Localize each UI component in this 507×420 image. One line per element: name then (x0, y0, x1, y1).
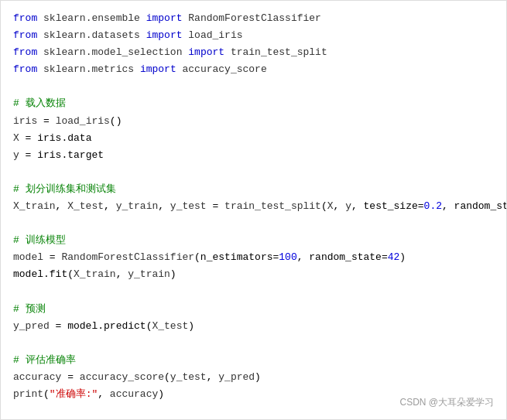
code-line-6: X = iris.data (13, 130, 494, 147)
code-line-4: from sklearn.metrics import accuracy_sco… (13, 61, 494, 78)
blank-1 (13, 78, 494, 95)
code-line-11: y_pred = model.predict(X_test) (13, 318, 494, 335)
code-line-5: iris = load_iris() (13, 113, 494, 130)
code-line-10: model.fit(X_train, y_train) (13, 266, 494, 283)
code-line-7: y = iris.target (13, 147, 494, 164)
code-line-9: model = RandomForestClassifier(n_estimat… (13, 249, 494, 266)
watermark: CSDN @大耳朵爱学习 (399, 394, 494, 410)
code-line-1: from sklearn.ensemble import RandomFores… (13, 10, 494, 27)
blank-3 (13, 215, 494, 232)
code-comment-5: # 评估准确率 (13, 352, 494, 369)
code-line-3: from sklearn.model_selection import trai… (13, 44, 494, 61)
blank-4 (13, 284, 494, 301)
code-comment-2: # 划分训练集和测试集 (13, 181, 494, 198)
blank-2 (13, 164, 494, 181)
code-line-2: from sklearn.datasets import load_iris (13, 27, 494, 44)
blank-5 (13, 335, 494, 352)
code-line-12: accuracy = accuracy_score(y_test, y_pred… (13, 369, 494, 386)
code-comment-4: # 预测 (13, 301, 494, 318)
code-line-8: X_train, X_test, y_train, y_test = train… (13, 198, 494, 215)
code-block: from sklearn.ensemble import RandomFores… (0, 0, 507, 420)
code-comment-1: # 载入数据 (13, 95, 494, 112)
code-comment-3: # 训练模型 (13, 232, 494, 249)
